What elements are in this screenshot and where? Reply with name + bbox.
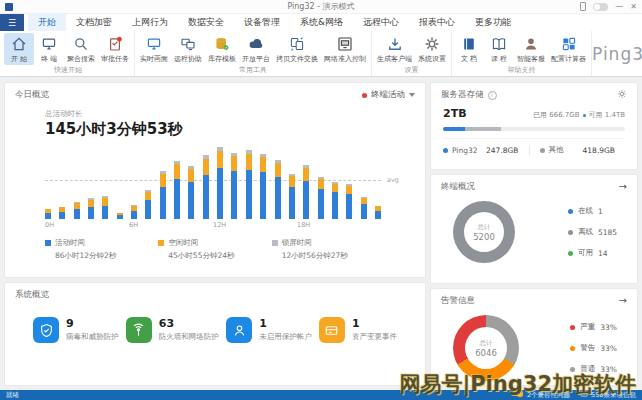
chart-bar-hour-15	[260, 154, 266, 219]
network-access-icon	[324, 35, 366, 53]
panel-title: 告警信息	[441, 295, 475, 307]
legend-color-icon	[45, 240, 51, 246]
breakdown-value: 418.9GB	[583, 146, 625, 155]
menu-tab-更多功能[interactable]: 更多功能	[465, 14, 521, 31]
panel-server-storage: 服务器存储 i 2TB 已用 666.7GB 可用 1.4TB Ping3224…	[430, 82, 638, 170]
storage-free: 可用 1.4TB	[589, 110, 625, 120]
ribbon-button-远程协助[interactable]: 远程协助	[171, 33, 205, 65]
legend-color-icon	[570, 367, 575, 372]
ribbon-button-label: 拷贝文件交换	[276, 54, 318, 64]
ribbon-button-生成客户端[interactable]: 生成客户端	[374, 33, 415, 65]
activity-bar-chart: avg	[45, 145, 381, 219]
shield-check-icon	[33, 317, 59, 343]
chart-bar-hour-20	[332, 182, 338, 219]
ribbon-button-label: 生成客户端	[377, 54, 412, 64]
info-icon[interactable]: i	[488, 91, 497, 100]
ribbon-button-label: 开放平台	[242, 54, 270, 64]
legend-value: 33%	[600, 344, 617, 353]
ribbon-button-库存模板[interactable]: 库存模板	[205, 33, 239, 65]
monitor-icon	[37, 35, 61, 53]
legend-color-icon	[272, 240, 278, 246]
donut-center-label: 总计	[480, 339, 493, 348]
chart-filter-dropdown[interactable]: 终端活动	[362, 89, 415, 101]
file-exchange-icon	[276, 35, 318, 53]
menu-tab-远程中心[interactable]: 远程中心	[353, 14, 409, 31]
ribbon-button-网络准入控制[interactable]: 网络准入控制	[321, 33, 369, 65]
terminals-detail-arrow-icon[interactable]: →	[619, 182, 627, 192]
stat-label: 病毒和威胁防护	[66, 332, 119, 342]
breakdown-value: 247.8GB	[486, 146, 528, 155]
legend-value: 33%	[600, 365, 617, 374]
menu-tab-文档加密[interactable]: 文档加密	[66, 14, 122, 31]
statusbar-item-558条未读信息[interactable]: 558条未读信息	[580, 390, 636, 400]
menu-tab-上网行为[interactable]: 上网行为	[122, 14, 178, 31]
system-stat-未启用保护帐户[interactable]: 1未启用保护帐户	[226, 317, 312, 343]
panel-title: 系统概览	[15, 289, 49, 301]
ribbon-button-课程[interactable]: 课 程	[484, 33, 514, 65]
ribbon-button-智能客服[interactable]: 智能客服	[514, 33, 548, 65]
ribbon-button-label: 智能客服	[517, 54, 545, 64]
app-menu-button[interactable]: ☰	[0, 14, 24, 31]
mode-toggle[interactable]	[593, 3, 608, 11]
ribbon-button-系统设置[interactable]: 系统设置	[415, 33, 449, 65]
book-icon	[457, 35, 481, 53]
menu-tab-报表中心[interactable]: 报表中心	[409, 14, 465, 31]
gear-icon	[418, 35, 446, 53]
ribbon-button-终端[interactable]: 终 端	[34, 33, 64, 65]
menu-tab-设备管理[interactable]: 设备管理	[234, 14, 290, 31]
system-stat-资产变更事件[interactable]: 1资产变更事件	[319, 317, 397, 343]
chart-bar-hour-22	[361, 197, 367, 219]
ribbon-button-配置计算器[interactable]: 配置计算器	[548, 33, 589, 65]
menu-tab-系统&网络[interactable]: 系统&网络	[290, 14, 353, 31]
minimize-button[interactable]: —	[615, 3, 623, 11]
ribbon-button-聚合搜索[interactable]: 聚合搜索	[64, 33, 98, 65]
ribbon-group: 开 始终 端聚合搜索审批任务快速开始	[2, 31, 135, 76]
chart-bar-hour-21	[346, 184, 352, 219]
storage-settings-gear-icon[interactable]	[617, 89, 627, 101]
system-stat-病毒和威胁防护[interactable]: 9病毒和威胁防护	[33, 317, 119, 343]
donut-center-value: 6046	[475, 348, 497, 358]
chart-x-axis: 0H6H12H18H	[45, 221, 381, 230]
legend-value: 14	[598, 249, 608, 258]
ribbon-button-拷贝文件交换[interactable]: 拷贝文件交换	[273, 33, 321, 65]
ribbon-button-label: 聚合搜索	[67, 54, 95, 64]
ribbon-button-审批任务[interactable]: 审批任务	[98, 33, 132, 65]
window-title: Ping32 - 演示模式	[0, 1, 642, 12]
account-icon	[226, 317, 252, 343]
statusbar-item-2个兼容性问题[interactable]: 2个兼容性问题	[516, 390, 570, 400]
legend-value: 86小时12分钟2秒	[55, 251, 158, 261]
ribbon-button-实时画面[interactable]: 实时画面	[137, 33, 171, 65]
ribbon-button-文档[interactable]: 文 档	[454, 33, 484, 65]
legend-label: 普通	[580, 364, 595, 374]
stat-value: 63	[159, 317, 219, 330]
legend-label: 在线	[578, 206, 593, 216]
ribbon-button-label: 终 端	[37, 54, 61, 64]
chart-bar-hour-9	[174, 161, 180, 219]
stat-label: 资产变更事件	[352, 332, 397, 342]
legend-label: 可用	[578, 248, 593, 258]
storage-capacity: 2TB	[443, 107, 467, 120]
ribbon-button-开放平台[interactable]: 开放平台	[239, 33, 273, 65]
legend-item-锁屏时间: 锁屏时间12小时56分钟27秒	[272, 238, 385, 261]
search-icon	[67, 35, 95, 53]
menu-tab-数据安全[interactable]: 数据安全	[178, 14, 234, 31]
title-bar: Ping32 - 演示模式 — ✕	[0, 0, 642, 14]
filter-dot-icon	[362, 93, 367, 98]
stat-value: 1	[352, 317, 397, 330]
storage-used: 已用 666.7GB	[533, 110, 580, 120]
menu-bar: ☰ 开始文档加密上网行为数据安全设备管理系统&网络远程中心报表中心更多功能	[0, 14, 642, 31]
alerts-detail-arrow-icon[interactable]: →	[619, 296, 627, 306]
system-stat-防火墙和网络防护[interactable]: 63防火墙和网络防护	[126, 317, 219, 343]
calculator-icon	[551, 35, 586, 53]
total-duration-value: 145小时3分钟53秒	[45, 120, 425, 139]
legend-label: 活动时间	[55, 238, 85, 248]
close-button[interactable]: ✕	[630, 3, 637, 11]
dot-icon	[540, 148, 545, 153]
legend-label: 警告	[580, 343, 595, 353]
ribbon-button-开始[interactable]: 开 始	[4, 33, 34, 65]
legend-label: 离线	[578, 227, 593, 237]
mobile-phone-icon[interactable]	[580, 2, 586, 11]
stat-label: 未启用保护帐户	[259, 332, 312, 342]
menu-tab-开始[interactable]: 开始	[28, 14, 66, 31]
legend-label: 空闲时间	[168, 238, 198, 248]
